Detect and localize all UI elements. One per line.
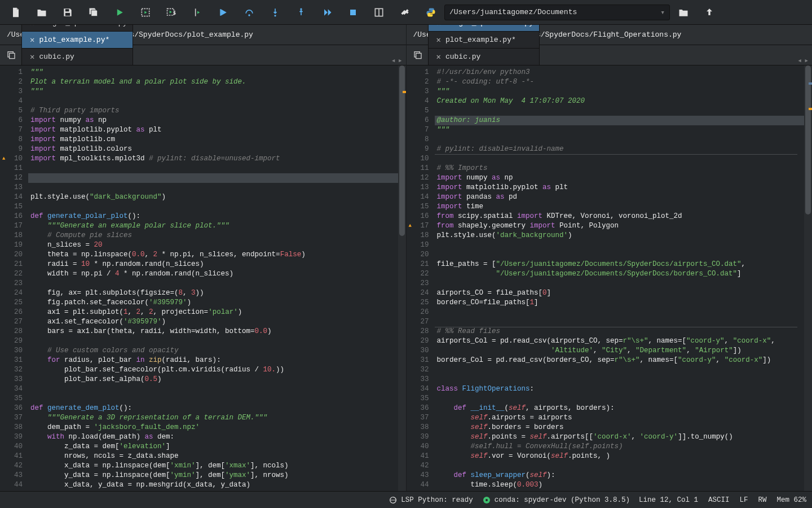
new-file-button[interactable] (3, 2, 28, 23)
svg-point-6 (274, 15, 276, 16)
tab-label: Flight_Operations.py (39, 25, 127, 27)
scroll-tabs-icon[interactable]: ◂ (391, 56, 396, 65)
svg-point-7 (300, 8, 302, 10)
tab-bar-right: ✕Flight_Operations.py✕plot_example.py*✕c… (407, 45, 813, 65)
svg-point-5 (248, 14, 250, 16)
run-cell-button[interactable] (133, 2, 158, 23)
stop-button[interactable] (341, 2, 365, 23)
parent-directory-button[interactable] (697, 2, 722, 23)
code-editor-right[interactable]: 1234567891011121314151617181920212223242… (407, 65, 813, 491)
file-tab[interactable]: ✕cubic.py (428, 48, 540, 65)
line-gutter: 1234567891011121314151617181920212223242… (0, 65, 28, 491)
scroll-tabs-icon[interactable]: ▸ (398, 56, 403, 65)
svg-rect-8 (350, 10, 356, 15)
tab-options-button[interactable] (3, 47, 19, 63)
file-tab[interactable]: ✕cubic.py (21, 48, 133, 65)
debug-step-into-button[interactable] (263, 2, 288, 23)
encoding-status[interactable]: ASCII (708, 496, 730, 504)
file-tab[interactable]: ✕Flight_Operations.py (21, 25, 133, 31)
tab-bar-left: ✕Flight_Operations.py✕plot_example.py*✕c… (0, 45, 406, 65)
editor-pane-left: /Users/juanitagomez/Documents/SpyderDocs… (0, 25, 406, 491)
close-tab-icon[interactable]: ✕ (30, 25, 34, 28)
tab-label: plot_example.py* (39, 36, 109, 44)
save-button[interactable] (55, 2, 80, 23)
close-tab-icon[interactable]: ✕ (436, 52, 441, 62)
code-editor-left[interactable]: 1234567891011121314151617181920212223242… (0, 65, 406, 491)
svg-rect-0 (65, 9, 69, 11)
python-path-button[interactable] (418, 2, 443, 23)
scrollbar[interactable] (398, 65, 406, 491)
svg-rect-12 (10, 53, 15, 58)
scrollbar[interactable] (804, 65, 812, 491)
rw-status[interactable]: RW (758, 496, 766, 504)
browse-directory-button[interactable] (671, 2, 696, 23)
svg-point-17 (486, 499, 488, 501)
close-tab-icon[interactable]: ✕ (30, 52, 34, 62)
file-tab[interactable]: ✕plot_example.py* (428, 31, 540, 48)
svg-rect-4 (220, 9, 221, 16)
memory-status[interactable]: Mem 62% (776, 496, 806, 504)
run-selection-button[interactable] (185, 2, 210, 23)
tab-label: Flight_Operations.py (445, 25, 533, 27)
debug-continue-button[interactable] (315, 2, 339, 23)
svg-rect-10 (378, 8, 379, 16)
svg-rect-1 (65, 12, 70, 15)
close-tab-icon[interactable]: ✕ (436, 25, 441, 28)
debug-button[interactable] (211, 2, 236, 23)
status-bar: LSP Python: ready conda: spyder-dev (Pyt… (0, 491, 812, 508)
env-status[interactable]: conda: spyder-dev (Python 3.8.5) (482, 496, 630, 505)
debug-step-over-button[interactable] (237, 2, 262, 23)
line-gutter: 1234567891011121314151617181920212223242… (407, 65, 435, 491)
working-directory-text: /Users/juanitagomez/Documents (449, 8, 577, 16)
lsp-status[interactable]: LSP Python: ready (389, 496, 473, 505)
working-directory-input[interactable]: /Users/juanitagomez/Documents ▾ (444, 5, 670, 20)
scroll-tabs-icon[interactable]: ▸ (804, 56, 809, 65)
run-button[interactable] (107, 2, 132, 23)
run-cell-advance-button[interactable] (159, 2, 184, 23)
code-area[interactable]: #!/usr/bin/env python3# -*- coding: utf-… (435, 65, 805, 491)
tab-label: cubic.py (39, 52, 74, 61)
close-tab-icon[interactable]: ✕ (30, 35, 34, 45)
code-area[interactable]: """Plot a terrain model and a polar plot… (28, 65, 398, 491)
close-tab-icon[interactable]: ✕ (436, 35, 441, 45)
toolbar: /Users/juanitagomez/Documents ▾ (0, 0, 812, 25)
tab-label: plot_example.py* (445, 36, 516, 44)
editor-split: /Users/juanitagomez/Documents/SpyderDocs… (0, 25, 812, 491)
eol-status[interactable]: LF (739, 496, 748, 504)
svg-rect-14 (416, 53, 421, 58)
tab-label: cubic.py (445, 52, 480, 61)
chevron-down-icon: ▾ (660, 8, 665, 17)
maximize-pane-button[interactable] (367, 2, 391, 23)
open-file-button[interactable] (29, 2, 54, 23)
save-all-button[interactable] (81, 2, 106, 23)
file-tab[interactable]: ✕Flight_Operations.py (428, 25, 540, 31)
debug-step-out-button[interactable] (289, 2, 314, 23)
preferences-button[interactable] (392, 2, 417, 23)
file-tab[interactable]: ✕plot_example.py* (21, 31, 133, 48)
editor-pane-right: /Users/juanitagomez/Documents/SpyderDocs… (406, 25, 813, 491)
cursor-position[interactable]: Line 12, Col 1 (639, 496, 698, 504)
tab-options-button[interactable] (410, 47, 426, 63)
scroll-tabs-icon[interactable]: ◂ (797, 56, 802, 65)
